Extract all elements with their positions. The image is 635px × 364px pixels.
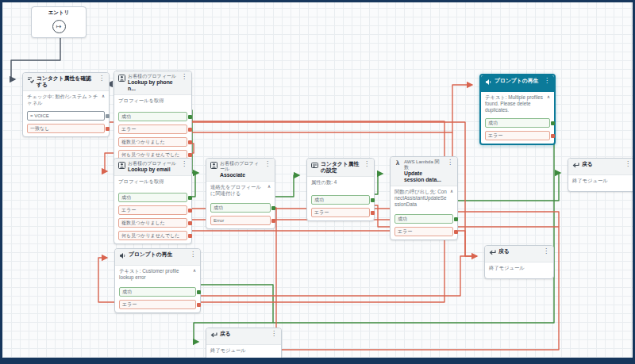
customer-profile-icon bbox=[210, 161, 217, 169]
kebab-menu-icon[interactable]: ⋮ bbox=[264, 161, 271, 167]
output-port-error[interactable]: Error bbox=[210, 216, 271, 225]
customer-profile-icon bbox=[117, 74, 125, 82]
node-category: お客様のプロフィール bbox=[128, 161, 178, 167]
node-title: Update session data... bbox=[404, 171, 444, 183]
wire-associate-ok-to-set[interactable] bbox=[271, 175, 299, 197]
wire-prompt-error-ok[interactable] bbox=[197, 285, 273, 323]
node-body: 終了モジュール bbox=[568, 175, 633, 191]
flow-node-set-contact-attributes[interactable]: コンタクト属性の設定 ⋮ 属性の数: 4 成功 エラー bbox=[306, 158, 375, 221]
flow-node-entry[interactable]: エントリ ↦ bbox=[31, 6, 87, 38]
output-port-none-found[interactable]: 何も見つかりませんでした bbox=[118, 231, 187, 240]
speaker-icon bbox=[484, 78, 492, 86]
flow-node-play-prompt-multiple[interactable]: プロンプトの再生 ⋮ テキスト: Multiple profiles found… bbox=[479, 74, 556, 145]
collapse-icon[interactable]: ∧ bbox=[450, 189, 453, 209]
node-body: 終了モジュール bbox=[206, 345, 281, 358]
flow-node-return-bottom[interactable]: 戻る ⋮ 終了モジュール bbox=[206, 328, 282, 358]
output-port-success[interactable]: 成功 bbox=[311, 195, 370, 205]
node-title: コンタクト属性を確認する bbox=[37, 75, 95, 88]
output-port-success[interactable]: 成功 bbox=[118, 112, 187, 121]
customer-profile-icon bbox=[117, 161, 125, 169]
kebab-menu-icon[interactable]: ⋮ bbox=[180, 74, 188, 80]
node-body: プロフィールを取得 bbox=[114, 176, 191, 190]
kebab-menu-icon[interactable]: ⋮ bbox=[543, 78, 551, 84]
output-port-voice[interactable]: = VOICE bbox=[27, 111, 105, 121]
node-title: Lookup by email bbox=[128, 167, 178, 173]
node-body: 関数の呼び出し先: ConnectAssistantUpdateSessionD… bbox=[391, 186, 457, 212]
node-body: チェック中: 動作/システム > チャネル ∧ bbox=[23, 91, 109, 109]
kebab-menu-icon[interactable]: ⋮ bbox=[98, 75, 106, 82]
entry-circle-arrow-icon: ↦ bbox=[52, 20, 66, 33]
node-body: プロフィールを取得 bbox=[114, 95, 191, 109]
output-port-error[interactable]: エラー bbox=[119, 300, 196, 309]
flow-node-lookup-by-phone[interactable]: お客様のプロフィール Lookup by phone n... ⋮ プロフィール… bbox=[114, 71, 192, 163]
node-title: 戻る bbox=[498, 248, 540, 255]
flow-node-check-contact-attributes[interactable]: コンタクト属性を確認する ⋮ チェック中: 動作/システム > チャネル ∧ =… bbox=[22, 72, 110, 137]
flow-node-play-prompt-error[interactable]: プロンプトの再生 ⋮ テキスト: Customer profile lookup… bbox=[114, 248, 201, 313]
output-port-error[interactable]: エラー bbox=[394, 227, 453, 236]
output-port-error[interactable]: エラー bbox=[118, 205, 187, 215]
kebab-menu-icon[interactable]: ⋮ bbox=[363, 161, 371, 167]
return-arrow-icon bbox=[210, 331, 217, 339]
lambda-icon: λ bbox=[394, 159, 402, 167]
return-arrow-icon bbox=[488, 248, 496, 256]
node-category: お客様のプロフィール bbox=[128, 74, 178, 79]
node-body: 属性の数: 4 bbox=[307, 177, 374, 193]
node-title: エントリ bbox=[32, 10, 86, 17]
return-arrow-icon bbox=[572, 161, 579, 169]
flow-designer-frame: エントリ ↦ コンタクト属性を確認する ⋮ チェック中: 動作/システム > チ… bbox=[0, 0, 635, 364]
node-body: 終了モジュール bbox=[485, 262, 553, 278]
node-body: 連絡先をプロフィールに関連付ける ∧ bbox=[206, 182, 275, 201]
node-title: 戻る bbox=[582, 161, 622, 167]
output-port-success[interactable]: 成功 bbox=[485, 118, 550, 128]
node-title: コンタクト属性の設定 bbox=[321, 161, 360, 174]
collapse-icon[interactable]: ∧ bbox=[547, 94, 550, 113]
node-title: Lookup by phone n... bbox=[128, 79, 178, 92]
flow-node-return-mid[interactable]: 戻る ⋮ 終了モジュール bbox=[484, 245, 554, 279]
output-port-error[interactable]: エラー bbox=[311, 208, 370, 217]
kebab-menu-icon[interactable]: ⋮ bbox=[189, 251, 197, 258]
kebab-menu-icon[interactable]: ⋮ bbox=[542, 248, 550, 255]
node-title: Associate bbox=[220, 172, 261, 178]
flow-canvas[interactable]: エントリ ↦ コンタクト属性を確認する ⋮ チェック中: 動作/システム > チ… bbox=[2, 2, 633, 358]
output-port-multiple-found[interactable]: 複数見つかりました bbox=[118, 218, 187, 228]
node-category: AWS Lambda 関数 bbox=[404, 159, 444, 171]
check-contact-attributes-icon bbox=[26, 75, 34, 83]
speaker-icon bbox=[118, 251, 126, 259]
node-body: テキスト: Customer profile lookup error ∧ bbox=[115, 266, 200, 285]
output-port-success[interactable]: 成功 bbox=[119, 287, 196, 297]
output-port-multiple-found[interactable]: 複数見つかりました bbox=[118, 137, 187, 147]
output-port-no-match[interactable]: 一致なし bbox=[27, 124, 105, 133]
kebab-menu-icon[interactable]: ⋮ bbox=[624, 161, 632, 167]
wire-phone-multiple-to-prompt[interactable] bbox=[188, 85, 472, 132]
output-port-success[interactable]: 成功 bbox=[394, 214, 453, 224]
flow-node-return-top[interactable]: 戻る ⋮ 終了モジュール bbox=[568, 158, 633, 192]
node-category: お客様のプロフィール bbox=[220, 161, 261, 172]
node-title: プロンプトの再生 bbox=[129, 251, 187, 258]
flow-node-associate[interactable]: お客様のプロフィール Associate ⋮ 連絡先をプロフィールに関連付ける … bbox=[206, 158, 275, 229]
node-body: テキスト: Multiple profiles found. Please de… bbox=[481, 92, 554, 116]
collapse-icon[interactable]: ∧ bbox=[193, 268, 196, 282]
node-title: 戻る bbox=[220, 331, 267, 337]
collapse-icon[interactable]: ∧ bbox=[267, 184, 271, 198]
collapse-icon[interactable]: ∧ bbox=[102, 94, 105, 106]
output-port-success[interactable]: 成功 bbox=[210, 203, 271, 213]
wire-prompt-error-to-return-mid[interactable] bbox=[197, 256, 477, 296]
flow-node-lookup-by-email[interactable]: お客様のプロフィール Lookup by email ⋮ プロフィールを取得 成… bbox=[114, 158, 192, 244]
output-port-success[interactable]: 成功 bbox=[118, 193, 187, 202]
flow-node-aws-lambda[interactable]: λ AWS Lambda 関数 Update session data... ⋮… bbox=[390, 156, 458, 240]
node-title: プロンプトの再生 bbox=[495, 78, 541, 84]
output-port-error[interactable]: エラー bbox=[118, 125, 187, 134]
kebab-menu-icon[interactable]: ⋮ bbox=[270, 331, 278, 337]
wire-lambda-ok-to-return-top[interactable] bbox=[454, 173, 560, 201]
set-contact-attributes-icon bbox=[310, 161, 318, 169]
kebab-menu-icon[interactable]: ⋮ bbox=[180, 161, 188, 167]
output-port-error[interactable]: エラー bbox=[485, 131, 550, 140]
kebab-menu-icon[interactable]: ⋮ bbox=[446, 159, 454, 166]
